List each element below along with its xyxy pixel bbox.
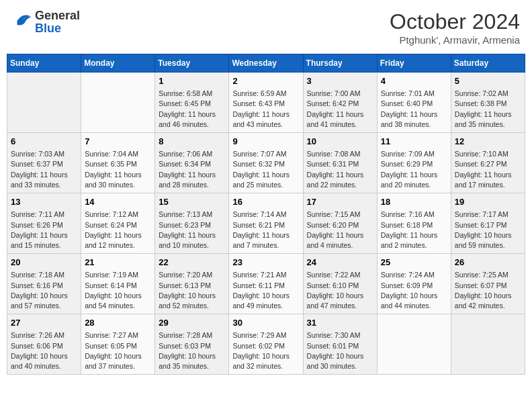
day-info: Sunrise: 7:12 AMSunset: 6:24 PMDaylight:… xyxy=(85,210,151,250)
day-info: Sunrise: 7:26 AMSunset: 6:06 PMDaylight:… xyxy=(11,330,77,371)
calendar-cell: 5Sunrise: 7:02 AMSunset: 6:38 PMDaylight… xyxy=(451,73,525,133)
day-number: 7 xyxy=(85,136,151,148)
calendar-cell: 19Sunrise: 7:17 AMSunset: 6:17 PMDayligh… xyxy=(451,193,525,254)
day-number: 11 xyxy=(381,136,447,148)
day-number: 6 xyxy=(11,136,77,148)
calendar-cell: 18Sunrise: 7:16 AMSunset: 6:18 PMDayligh… xyxy=(377,193,451,254)
calendar-cell: 27Sunrise: 7:26 AMSunset: 6:06 PMDayligh… xyxy=(7,314,81,375)
day-info: Sunrise: 7:28 AMSunset: 6:03 PMDaylight:… xyxy=(159,330,225,371)
day-info: Sunrise: 7:01 AMSunset: 6:40 PMDaylight:… xyxy=(381,89,447,130)
day-number: 4 xyxy=(381,75,447,87)
calendar-cell: 17Sunrise: 7:15 AMSunset: 6:20 PMDayligh… xyxy=(303,193,377,254)
day-info: Sunrise: 6:59 AMSunset: 6:43 PMDaylight:… xyxy=(232,89,299,130)
weekday-header-saturday: Saturday xyxy=(451,54,525,73)
calendar-cell: 12Sunrise: 7:10 AMSunset: 6:27 PMDayligh… xyxy=(451,133,525,193)
calendar-cell: 20Sunrise: 7:18 AMSunset: 6:16 PMDayligh… xyxy=(7,254,81,314)
calendar-week-row: 20Sunrise: 7:18 AMSunset: 6:16 PMDayligh… xyxy=(7,254,525,314)
weekday-header-sunday: Sunday xyxy=(7,54,81,73)
weekday-header-row: SundayMondayTuesdayWednesdayThursdayFrid… xyxy=(7,54,525,73)
calendar-cell: 6Sunrise: 7:03 AMSunset: 6:37 PMDaylight… xyxy=(7,133,81,193)
day-info: Sunrise: 7:02 AMSunset: 6:38 PMDaylight:… xyxy=(455,89,521,130)
day-info: Sunrise: 7:17 AMSunset: 6:17 PMDaylight:… xyxy=(455,210,521,250)
day-number: 30 xyxy=(232,317,299,329)
day-number: 2 xyxy=(232,75,299,87)
calendar-cell xyxy=(377,314,451,375)
day-number: 19 xyxy=(455,196,521,208)
day-number: 10 xyxy=(307,136,373,148)
logo-bird-icon xyxy=(12,11,32,31)
day-info: Sunrise: 7:00 AMSunset: 6:42 PMDaylight:… xyxy=(307,89,373,130)
day-number: 13 xyxy=(11,196,77,208)
day-number: 8 xyxy=(159,136,225,148)
day-number: 15 xyxy=(159,196,225,208)
day-info: Sunrise: 7:14 AMSunset: 6:21 PMDaylight:… xyxy=(232,210,299,250)
page-header: General Blue October 2024 Ptghunk', Arma… xyxy=(7,7,525,48)
day-number: 24 xyxy=(307,257,373,269)
calendar-cell: 25Sunrise: 7:24 AMSunset: 6:09 PMDayligh… xyxy=(377,254,451,314)
day-info: Sunrise: 7:09 AMSunset: 6:29 PMDaylight:… xyxy=(381,149,447,190)
logo-blue-text: Blue xyxy=(35,21,61,35)
calendar-cell: 8Sunrise: 7:06 AMSunset: 6:34 PMDaylight… xyxy=(155,133,229,193)
calendar-cell: 22Sunrise: 7:20 AMSunset: 6:13 PMDayligh… xyxy=(155,254,229,314)
calendar-cell: 4Sunrise: 7:01 AMSunset: 6:40 PMDaylight… xyxy=(377,73,451,133)
day-info: Sunrise: 7:19 AMSunset: 6:14 PMDaylight:… xyxy=(85,270,151,311)
weekday-header-friday: Friday xyxy=(377,54,451,73)
day-number: 18 xyxy=(381,196,447,208)
day-info: Sunrise: 7:07 AMSunset: 6:32 PMDaylight:… xyxy=(232,149,299,190)
calendar-cell: 15Sunrise: 7:13 AMSunset: 6:23 PMDayligh… xyxy=(155,193,229,254)
calendar-title: October 2024 xyxy=(390,9,520,34)
calendar-cell: 11Sunrise: 7:09 AMSunset: 6:29 PMDayligh… xyxy=(377,133,451,193)
day-number: 27 xyxy=(11,317,77,329)
day-info: Sunrise: 7:18 AMSunset: 6:16 PMDaylight:… xyxy=(11,270,77,311)
calendar-cell: 24Sunrise: 7:22 AMSunset: 6:10 PMDayligh… xyxy=(303,254,377,314)
day-number: 1 xyxy=(159,75,225,87)
weekday-header-tuesday: Tuesday xyxy=(155,54,229,73)
day-number: 5 xyxy=(455,75,521,87)
calendar-cell: 9Sunrise: 7:07 AMSunset: 6:32 PMDaylight… xyxy=(229,133,303,193)
calendar-cell: 7Sunrise: 7:04 AMSunset: 6:35 PMDaylight… xyxy=(81,133,155,193)
calendar-cell: 1Sunrise: 6:58 AMSunset: 6:45 PMDaylight… xyxy=(155,73,229,133)
day-info: Sunrise: 7:29 AMSunset: 6:02 PMDaylight:… xyxy=(232,330,299,371)
calendar-cell: 29Sunrise: 7:28 AMSunset: 6:03 PMDayligh… xyxy=(155,314,229,375)
day-number: 25 xyxy=(381,257,447,269)
calendar-cell: 3Sunrise: 7:00 AMSunset: 6:42 PMDaylight… xyxy=(303,73,377,133)
title-section: October 2024 Ptghunk', Armavir, Armenia xyxy=(390,9,520,46)
day-number: 31 xyxy=(307,317,373,329)
day-number: 26 xyxy=(455,257,521,269)
calendar-cell: 31Sunrise: 7:30 AMSunset: 6:01 PMDayligh… xyxy=(303,314,377,375)
weekday-header-thursday: Thursday xyxy=(303,54,377,73)
day-number: 17 xyxy=(307,196,373,208)
day-number: 22 xyxy=(159,257,225,269)
weekday-header-wednesday: Wednesday xyxy=(229,54,303,73)
calendar-subtitle: Ptghunk', Armavir, Armenia xyxy=(390,34,520,46)
day-number: 23 xyxy=(232,257,299,269)
day-number: 21 xyxy=(85,257,151,269)
day-info: Sunrise: 7:25 AMSunset: 6:07 PMDaylight:… xyxy=(455,270,521,311)
calendar-cell: 10Sunrise: 7:08 AMSunset: 6:31 PMDayligh… xyxy=(303,133,377,193)
calendar-cell: 21Sunrise: 7:19 AMSunset: 6:14 PMDayligh… xyxy=(81,254,155,314)
day-number: 14 xyxy=(85,196,151,208)
calendar-cell xyxy=(81,73,155,133)
calendar-cell xyxy=(7,73,81,133)
calendar-week-row: 27Sunrise: 7:26 AMSunset: 6:06 PMDayligh… xyxy=(7,314,525,375)
day-info: Sunrise: 7:04 AMSunset: 6:35 PMDaylight:… xyxy=(85,149,151,190)
day-info: Sunrise: 7:11 AMSunset: 6:26 PMDaylight:… xyxy=(11,210,77,250)
day-number: 12 xyxy=(455,136,521,148)
logo: General Blue xyxy=(12,9,80,35)
day-number: 20 xyxy=(11,257,77,269)
day-info: Sunrise: 7:10 AMSunset: 6:27 PMDaylight:… xyxy=(455,149,521,190)
day-info: Sunrise: 7:20 AMSunset: 6:13 PMDaylight:… xyxy=(159,270,225,311)
day-info: Sunrise: 7:13 AMSunset: 6:23 PMDaylight:… xyxy=(159,210,225,250)
day-info: Sunrise: 7:24 AMSunset: 6:09 PMDaylight:… xyxy=(381,270,447,311)
calendar-week-row: 1Sunrise: 6:58 AMSunset: 6:45 PMDaylight… xyxy=(7,73,525,133)
calendar-cell: 26Sunrise: 7:25 AMSunset: 6:07 PMDayligh… xyxy=(451,254,525,314)
calendar-table: SundayMondayTuesdayWednesdayThursdayFrid… xyxy=(7,54,525,375)
day-number: 9 xyxy=(232,136,299,148)
day-number: 29 xyxy=(159,317,225,329)
day-info: Sunrise: 7:21 AMSunset: 6:11 PMDaylight:… xyxy=(232,270,299,311)
weekday-header-monday: Monday xyxy=(81,54,155,73)
calendar-cell: 14Sunrise: 7:12 AMSunset: 6:24 PMDayligh… xyxy=(81,193,155,254)
day-info: Sunrise: 7:08 AMSunset: 6:31 PMDaylight:… xyxy=(307,149,373,190)
day-number: 28 xyxy=(85,317,151,329)
day-number: 16 xyxy=(232,196,299,208)
